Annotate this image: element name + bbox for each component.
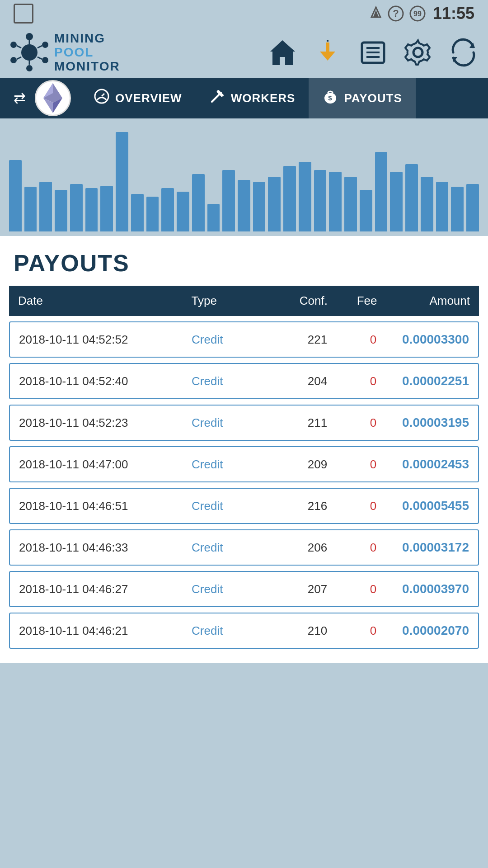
- svg-marker-20: [320, 42, 335, 61]
- table-row[interactable]: 2018-10-11 04:52:40 Credit 204 0 0.00002…: [9, 363, 479, 399]
- chart-bar: [299, 162, 311, 231]
- header-type: Type: [192, 294, 266, 308]
- overview-icon: [94, 88, 110, 108]
- table-row[interactable]: 2018-10-11 04:47:00 Credit 209 0 0.00002…: [9, 446, 479, 482]
- tab-workers[interactable]: WORKERS: [196, 78, 309, 118]
- chart-bar: [192, 174, 205, 232]
- cell-type: Credit: [192, 582, 266, 596]
- table-row[interactable]: 2018-10-11 04:46:51 Credit 216 0 0.00005…: [9, 488, 479, 524]
- chart-bar: [451, 187, 464, 231]
- table-row[interactable]: 2018-10-11 04:46:21 Credit 210 0 0.00002…: [9, 613, 479, 649]
- cell-conf: 206: [266, 541, 327, 555]
- logo-text: MINING POOL MONITOR: [54, 32, 120, 73]
- table-row[interactable]: 2018-10-11 04:52:52 Credit 221 0 0.00003…: [9, 321, 479, 358]
- transfer-icon: [313, 38, 343, 67]
- cell-date: 2018-10-11 04:47:00: [19, 458, 192, 472]
- tab-switch-button[interactable]: ⇄: [9, 85, 30, 111]
- cell-fee: 0: [327, 541, 376, 555]
- svg-point-26: [413, 48, 422, 57]
- chart-bar: [9, 160, 22, 231]
- chart-bar: [222, 170, 235, 231]
- svg-point-6: [21, 44, 38, 61]
- payouts-title: PAYOUTS: [14, 250, 474, 277]
- tab-overview[interactable]: OVERVIEW: [80, 78, 196, 118]
- refresh-button[interactable]: [447, 37, 479, 68]
- chart-bar: [131, 194, 144, 232]
- header-conf: Conf.: [266, 294, 328, 308]
- top-nav: MINING POOL MONITOR: [0, 27, 488, 78]
- pickaxe-icon: [209, 88, 225, 104]
- cell-fee: 0: [327, 416, 376, 430]
- chart-bar: [207, 204, 220, 232]
- download-button[interactable]: [312, 37, 343, 68]
- chart-bar: [268, 177, 281, 231]
- svg-line-14: [38, 46, 42, 48]
- cell-date: 2018-10-11 04:52:40: [19, 374, 192, 388]
- svg-point-10: [10, 42, 17, 48]
- battery-icon: 99: [408, 5, 427, 22]
- cell-type: Credit: [192, 416, 266, 430]
- network-logo-icon: [9, 32, 50, 73]
- home-button[interactable]: [267, 37, 298, 68]
- svg-text:99: 99: [413, 10, 422, 18]
- table-container: Date Type Conf. Fee Amount 2018-10-11 04…: [0, 286, 488, 663]
- table-row[interactable]: 2018-10-11 04:52:23 Credit 211 0 0.00003…: [9, 405, 479, 441]
- logo-pool: POOL: [54, 46, 120, 60]
- cell-date: 2018-10-11 04:52:23: [19, 416, 192, 430]
- tab-payouts-label: PAYOUTS: [344, 91, 402, 105]
- cell-date: 2018-10-11 04:46:51: [19, 499, 192, 513]
- cell-amount: 0.00002453: [376, 457, 469, 472]
- chart-bar: [177, 192, 189, 231]
- svg-point-12: [26, 65, 33, 71]
- eth-diamond-icon: [42, 82, 64, 114]
- header-amount: Amount: [377, 294, 470, 308]
- table-row[interactable]: 2018-10-11 04:46:33 Credit 206 0 0.00003…: [9, 529, 479, 566]
- chart-bar: [70, 184, 83, 232]
- signal-icon: [368, 5, 384, 22]
- svg-point-8: [42, 42, 48, 48]
- svg-line-34: [102, 94, 104, 96]
- cell-fee: 0: [327, 499, 376, 513]
- app-icon: [14, 4, 33, 24]
- svg-point-7: [26, 33, 33, 40]
- speedometer-icon: [94, 88, 110, 104]
- chart-bar: [39, 182, 52, 231]
- cell-type: Credit: [192, 499, 266, 513]
- home-icon: [268, 38, 297, 67]
- cell-amount: 0.00002070: [376, 623, 469, 638]
- status-icons: ? 99: [368, 5, 427, 22]
- chart-bar: [314, 170, 327, 231]
- tab-payouts[interactable]: $ PAYOUTS: [309, 78, 415, 118]
- cell-date: 2018-10-11 04:46:33: [19, 541, 192, 555]
- cell-conf: 221: [266, 333, 327, 347]
- table-rows: 2018-10-11 04:52:52 Credit 221 0 0.00003…: [9, 321, 479, 649]
- svg-point-11: [10, 57, 17, 63]
- gear-icon: [404, 38, 433, 67]
- cell-amount: 0.00003970: [376, 582, 469, 596]
- table-row[interactable]: 2018-10-11 04:46:27 Credit 207 0 0.00003…: [9, 571, 479, 607]
- chart-bar: [344, 177, 357, 231]
- header-fee: Fee: [328, 294, 377, 308]
- chart-bar: [329, 172, 342, 231]
- status-right: ? 99 11:55: [368, 4, 474, 23]
- settings-button[interactable]: [402, 37, 434, 68]
- cell-fee: 0: [327, 458, 376, 472]
- cell-date: 2018-10-11 04:46:21: [19, 624, 192, 638]
- tab-workers-label: WORKERS: [231, 91, 296, 105]
- cell-amount: 0.00002251: [376, 374, 469, 388]
- chart-bar: [253, 182, 266, 231]
- cell-conf: 211: [266, 416, 327, 430]
- svg-text:$: $: [328, 94, 333, 102]
- list-icon: [358, 38, 388, 67]
- svg-line-17: [17, 57, 21, 59]
- header-date: Date: [18, 294, 192, 308]
- tab-overview-label: OVERVIEW: [115, 91, 182, 105]
- chart-bar: [161, 188, 174, 232]
- cell-type: Credit: [192, 458, 266, 472]
- list-button[interactable]: [357, 37, 389, 68]
- app-logo: MINING POOL MONITOR: [9, 32, 120, 73]
- cell-fee: 0: [327, 624, 376, 638]
- chart-bar: [238, 180, 250, 231]
- money-bag-icon: $: [322, 88, 338, 104]
- chart-bar: [390, 172, 403, 231]
